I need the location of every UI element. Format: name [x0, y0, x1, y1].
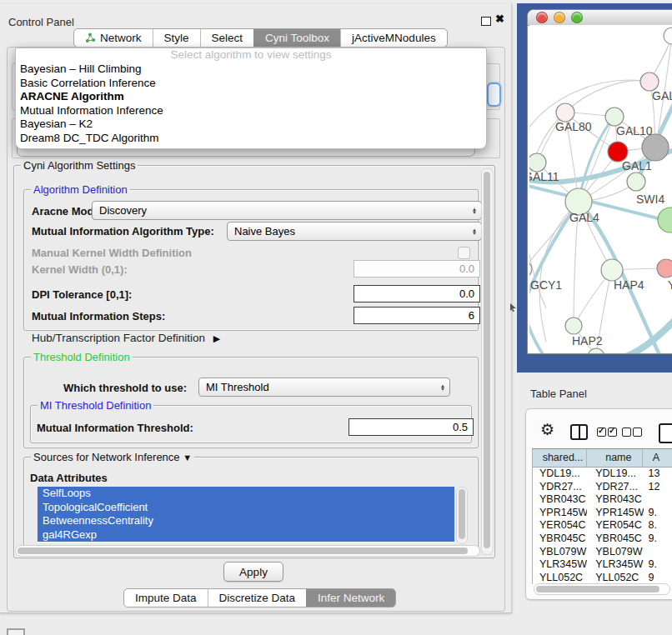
float-panel-icon[interactable] [481, 17, 491, 26]
table-horizontal-scrollbar[interactable] [534, 583, 670, 595]
data-attribute-item[interactable]: TopologicalCoefficient [38, 501, 454, 515]
tab-select[interactable]: Select [200, 29, 254, 47]
table-cell: YER054C [587, 519, 643, 532]
split-view-icon[interactable] [570, 424, 588, 440]
network-node[interactable] [529, 153, 546, 172]
tab-infer-network[interactable]: Infer Network [306, 589, 395, 607]
data-attributes-label: Data Attributes [30, 472, 108, 484]
network-node[interactable] [565, 318, 582, 334]
attributes-list-scrollbar[interactable] [456, 487, 468, 544]
table-row[interactable]: YBR043CYBR043C [533, 493, 672, 507]
tab-style[interactable]: Style [153, 29, 200, 47]
network-node[interactable] [605, 108, 624, 126]
network-canvas[interactable]: GALGAL80GAL10GAL1GAL11SWI4GAL4HAP4YGCY1H… [529, 25, 672, 353]
tab-network[interactable]: Network [74, 29, 153, 47]
data-attribute-item[interactable]: SelfLoops [38, 487, 454, 501]
data-attribute-item[interactable]: gal4RGexp [38, 528, 454, 542]
network-node-label: HAP4 [614, 278, 644, 292]
mi-threshold-label: Mutual Information Threshold: [37, 422, 193, 434]
apply-button-label: Apply [239, 566, 268, 578]
table-row[interactable]: YPR145WYPR145W9. [533, 507, 672, 520]
sources-title[interactable]: Sources for Network Inference ▼ [31, 451, 194, 463]
which-threshold-combobox[interactable]: MI Threshold ▲▼ [198, 378, 450, 397]
network-node-label: GCY1 [530, 278, 562, 292]
mi-steps-field[interactable]: 6 [354, 307, 480, 324]
algorithm-option[interactable]: Dream8 DC_TDC Algorithm [16, 132, 486, 146]
minimize-window-icon[interactable] [554, 12, 565, 23]
focused-combo-button-fragment[interactable] [487, 82, 501, 107]
mi-threshold-value: 0.5 [453, 421, 468, 433]
tab-discretize-data[interactable]: Discretize Data [208, 589, 307, 607]
kernel-width-field[interactable]: 0.0 [354, 260, 480, 278]
control-panel-title: Control Panel [8, 16, 74, 28]
table-cell: 9 [644, 572, 672, 585]
network-node[interactable] [588, 348, 604, 353]
tab-cyni-toolbox[interactable]: Cyni Toolbox [253, 29, 340, 47]
data-attributes-list[interactable]: SelfLoopsTopologicalCoefficientBetweenne… [38, 487, 454, 542]
settings-horizontal-scrollbar[interactable] [15, 545, 480, 557]
mi-threshold-definition-title: MI Threshold Definition [38, 399, 153, 412]
mi-threshold-field[interactable]: 0.5 [349, 418, 474, 436]
tab-jactivemnodules[interactable]: jActiveMNodules [340, 29, 447, 47]
tab-impute-data[interactable]: Impute Data [124, 589, 208, 607]
table-cell: 9. [644, 507, 672, 520]
table-cell: 13 [644, 468, 672, 481]
hub-definition-label: Hub/Transcription Factor Definition [32, 332, 205, 344]
algorithm-option[interactable]: Mutual Information Inference [16, 104, 486, 118]
network-node-label: GAL4 [569, 211, 599, 224]
deselect-all-icon[interactable] [622, 427, 644, 439]
algorithm-dropdown-hint: Select algorithm to view settings [16, 48, 486, 62]
column-header-shared-name[interactable]: shared... [533, 449, 587, 467]
manual-kernel-checkbox[interactable] [458, 247, 470, 259]
network-window-titlebar [528, 10, 672, 26]
hub-definition-toggle[interactable]: Hub/Transcription Factor Definition ▶ [32, 332, 220, 344]
table-cell: YDR27... [533, 481, 587, 494]
aracne-mode-combobox[interactable]: Discovery ▲▼ [92, 201, 482, 220]
column-header-name[interactable]: name [587, 449, 643, 467]
table-cell: YPR145W [587, 507, 643, 520]
algorithm-dropdown: Select algorithm to view settings Bayesi… [15, 48, 487, 149]
network-node-label: SWI4 [636, 192, 664, 206]
dpi-tolerance-field[interactable]: 0.0 [354, 285, 480, 302]
table-row[interactable]: YBL079WYBL079W [533, 546, 672, 559]
table-cell: YBL079W [533, 546, 587, 559]
mi-type-combobox[interactable]: Naive Bayes ▲▼ [227, 222, 482, 241]
network-node[interactable] [642, 134, 669, 161]
network-node[interactable] [627, 172, 645, 191]
table-row[interactable]: YLR345WYLR345W9. [533, 558, 672, 572]
network-node-label: GAL10 [616, 124, 653, 138]
select-all-icon[interactable] [597, 427, 619, 439]
close-window-icon[interactable] [536, 12, 548, 23]
mi-steps-value: 6 [469, 309, 474, 322]
algorithm-definition-title: Algorithm Definition [31, 183, 130, 196]
document-icon-fragment[interactable] [659, 423, 672, 443]
gear-icon[interactable]: ⚙ [540, 422, 554, 438]
apply-button[interactable]: Apply [223, 562, 283, 582]
column-header-partial[interactable]: A [643, 449, 672, 467]
zoom-window-icon[interactable] [571, 12, 583, 23]
table-cell: YDL19... [533, 468, 587, 481]
table-row[interactable]: YDR27...YDR27...12 [533, 481, 672, 494]
table-body: YDL19...YDL19...13YDR27...YDR27...12YBR0… [533, 468, 672, 584]
table-cell: YBR043C [533, 493, 587, 507]
network-node[interactable] [640, 72, 659, 91]
algorithm-option[interactable]: Bayesian – Hill Climbing [16, 62, 486, 77]
settings-vertical-scrollbar[interactable] [481, 168, 494, 555]
data-attribute-item[interactable]: BetweennessCentrality [38, 514, 454, 528]
split-view-divider [579, 426, 580, 438]
table-row[interactable]: YDL19...YDL19...13 [533, 468, 672, 481]
network-node[interactable] [556, 103, 574, 122]
network-node[interactable] [658, 208, 672, 232]
table-row[interactable]: YER054CYER054C8. [533, 519, 672, 532]
close-panel-icon[interactable]: ✖ [495, 12, 504, 25]
algorithm-option[interactable]: Bayesian – K2 [16, 118, 486, 132]
algorithm-option[interactable]: ARACNE Algorithm [16, 90, 486, 104]
tab-network-label: Network [100, 32, 142, 44]
table-cell: 8. [644, 519, 672, 532]
table-row[interactable]: YBR045CYBR045C9. [533, 532, 672, 546]
collapsed-arrow-icon: ▶ [213, 333, 220, 343]
network-node[interactable] [657, 259, 672, 278]
algorithm-option[interactable]: Basic Correlation Inference [16, 77, 486, 91]
network-node[interactable] [664, 28, 672, 44]
table-row[interactable]: YLL052CYLL052C9 [533, 572, 672, 585]
